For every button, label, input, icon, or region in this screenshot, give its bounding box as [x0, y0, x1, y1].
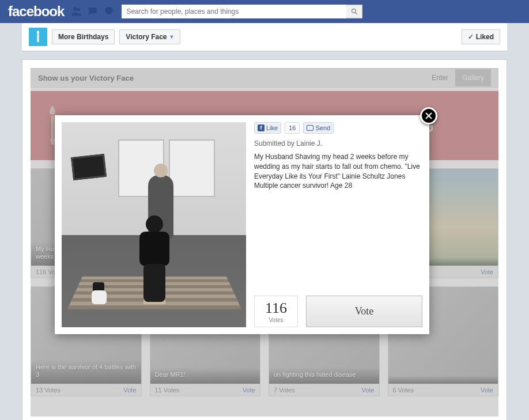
vote-row: 116 Votes Vote: [254, 296, 422, 327]
like-label: Like: [266, 124, 278, 131]
notifications-icon[interactable]: [102, 5, 116, 18]
search-input[interactable]: [122, 5, 346, 18]
close-icon: [425, 112, 432, 119]
more-birthdays-label: More Birthdays: [58, 33, 108, 41]
fb-social-actions: f Like 16 Send: [254, 122, 422, 134]
svg-point-0: [352, 9, 356, 13]
vote-button[interactable]: Vote: [306, 296, 422, 327]
speech-bubble-icon: [307, 125, 313, 131]
messages-icon[interactable]: [86, 5, 100, 18]
send-label: Send: [315, 124, 330, 131]
search-bar: [122, 5, 362, 18]
svg-line-1: [355, 13, 357, 14]
facebook-logo[interactable]: facebook: [8, 3, 64, 20]
page-header-strip: More Birthdays Victory Face ▼ ✓ Liked: [22, 23, 507, 51]
victory-face-dropdown[interactable]: Victory Face ▼: [119, 29, 180, 44]
facebook-top-nav: facebook: [0, 0, 529, 23]
vote-count-number: 116: [265, 300, 287, 317]
liked-label: Liked: [476, 33, 494, 41]
search-button[interactable]: [346, 5, 362, 18]
fb-send-button[interactable]: Send: [303, 122, 334, 134]
check-icon: ✓: [468, 33, 474, 41]
more-birthdays-button[interactable]: More Birthdays: [52, 29, 115, 44]
nav-icon-group: [70, 5, 116, 18]
vote-count-label: Votes: [265, 317, 287, 323]
svg-rect-3: [37, 34, 39, 42]
svg-point-2: [37, 31, 39, 34]
entry-photo: [62, 122, 246, 327]
candle-icon: [34, 31, 42, 43]
fb-like-count: 16: [285, 122, 300, 134]
facebook-f-icon: f: [258, 124, 264, 131]
entry-modal: f Like 16 Send Submitted by Lainie J. My…: [55, 115, 429, 334]
liked-button[interactable]: ✓ Liked: [462, 29, 500, 44]
entry-description: My Husband Shaving my head 2 weeks befor…: [254, 152, 422, 191]
submitted-by-text: Submitted by Lainie J.: [254, 139, 422, 147]
victory-face-label: Victory Face: [126, 33, 167, 41]
entry-details: f Like 16 Send Submitted by Lainie J. My…: [254, 122, 422, 327]
search-icon: [351, 8, 358, 15]
fb-like-button[interactable]: f Like: [254, 122, 281, 134]
chevron-down-icon: ▼: [169, 34, 175, 40]
close-button[interactable]: [420, 107, 437, 124]
page-avatar[interactable]: [29, 28, 47, 46]
vote-count-box: 116 Votes: [254, 296, 298, 327]
friend-requests-icon[interactable]: [70, 5, 84, 18]
